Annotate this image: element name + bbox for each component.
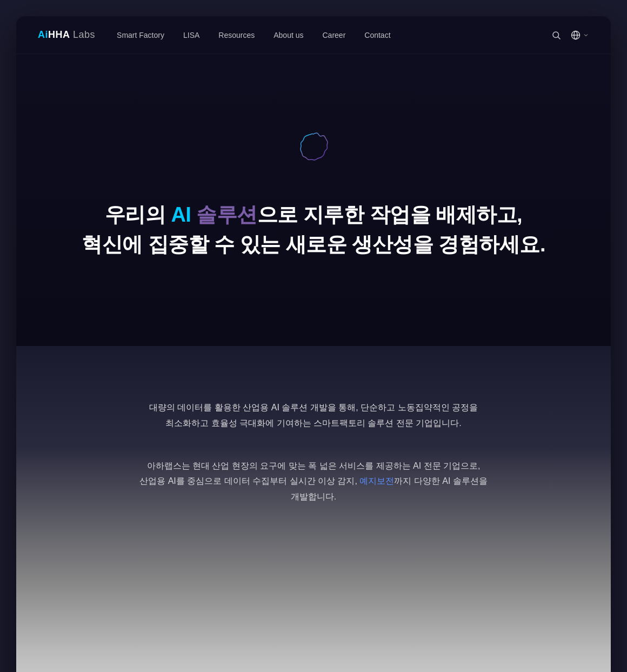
hero-title-before: 우리의 (105, 203, 171, 226)
globe-icon (571, 30, 581, 40)
bottom-section: 대량의 데이터를 활용한 산업용 AI 솔루션 개발을 통해, 단순하고 노동집… (16, 346, 611, 672)
hero-title-ai: AI (171, 203, 196, 226)
logo-ai: Ai (38, 29, 48, 40)
nav-link-lisa[interactable]: LISA (183, 31, 199, 39)
nav-link-resources[interactable]: Resources (218, 31, 255, 39)
nav-link-about-us[interactable]: About us (274, 31, 303, 39)
search-icon (551, 30, 561, 40)
bottom-p2-line1: 아하랩스는 현대 산업 현장의 요구에 맞는 폭 넓은 서비스를 제공하는 AI… (147, 461, 481, 470)
bottom-p2-before: 산업용 AI를 중심으로 데이터 수집부터 실시간 이상 감지, (139, 476, 359, 485)
wavy-circle-decoration (292, 130, 335, 173)
bottom-content: 대량의 데이터를 활용한 산업용 AI 솔루션 개발을 통해, 단순하고 노동집… (124, 400, 503, 505)
navbar: AiHHA Labs Smart Factory LISA Resources … (16, 16, 611, 54)
hero-title-solution: 솔루션 (196, 203, 257, 226)
logo-hha: HHA (48, 29, 70, 40)
hero-title-line1: 우리의 AI 솔루션으로 지루한 작업을 배제하고, (82, 200, 545, 230)
hero-title-line2: 혁신에 집중할 수 있는 새로운 생산성을 경험하세요. (82, 230, 545, 260)
svg-line-1 (558, 37, 560, 39)
nav-links: Smart Factory LISA Resources About us Ca… (117, 31, 551, 39)
hero-section: 우리의 AI 솔루션으로 지루한 작업을 배제하고, 혁신에 집중할 수 있는 … (16, 54, 611, 346)
nav-link-career[interactable]: Career (323, 31, 346, 39)
svg-point-0 (553, 32, 559, 38)
bottom-p1-line2: 최소화하고 효율성 극대화에 기여하는 스마트팩토리 솔루션 전문 기업입니다. (165, 418, 462, 428)
search-button[interactable] (551, 30, 561, 40)
bottom-p1-line1: 대량의 데이터를 활용한 산업용 AI 솔루션 개발을 통해, 단순하고 노동집… (149, 403, 478, 412)
nav-actions (551, 30, 589, 40)
logo-text: AiHHA Labs (38, 29, 95, 41)
nav-link-smart-factory[interactable]: Smart Factory (117, 31, 164, 39)
chevron-down-icon (583, 32, 589, 38)
bottom-paragraph-2: 아하랩스는 현대 산업 현장의 요구에 맞는 폭 넓은 서비스를 제공하는 AI… (124, 458, 503, 505)
bottom-paragraph-1: 대량의 데이터를 활용한 산업용 AI 솔루션 개발을 통해, 단순하고 노동집… (124, 400, 503, 431)
hero-title-after: 으로 지루한 작업을 배제하고, (257, 203, 522, 226)
hero-title: 우리의 AI 솔루션으로 지루한 작업을 배제하고, 혁신에 집중할 수 있는 … (82, 200, 545, 260)
logo-labs: Labs (70, 29, 96, 40)
nav-link-contact[interactable]: Contact (364, 31, 390, 39)
browser-window: AiHHA Labs Smart Factory LISA Resources … (16, 16, 611, 672)
yejibojeon-link[interactable]: 예지보전 (359, 476, 394, 485)
language-button[interactable] (571, 30, 589, 40)
logo[interactable]: AiHHA Labs (38, 29, 95, 41)
